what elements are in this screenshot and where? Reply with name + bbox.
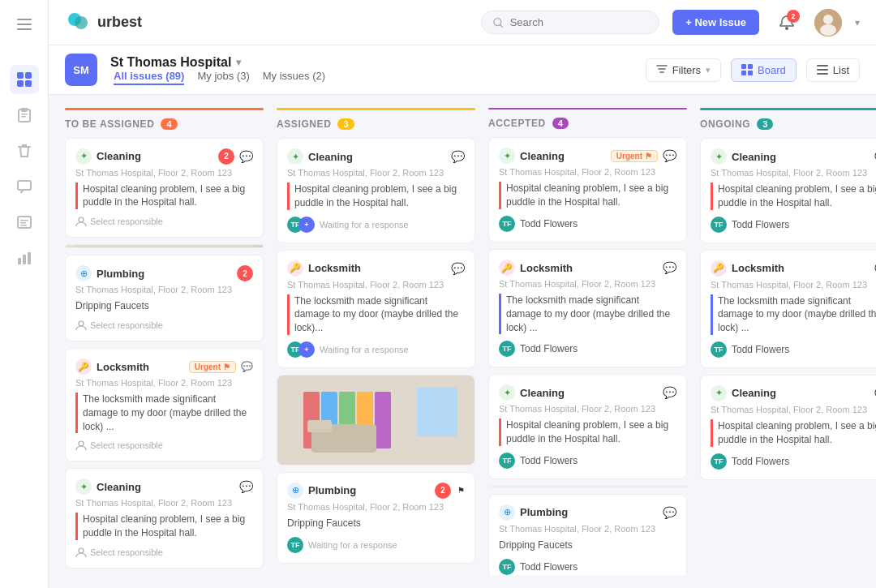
user-name: Todd Flowers [520,561,578,573]
hospital-chevron-icon: ▾ [236,57,241,68]
select-responsible[interactable]: Select responsible [75,216,163,227]
svg-rect-27 [748,64,753,69]
list-view-button[interactable]: List [806,58,860,82]
sidebar-menu-icon[interactable] [10,10,39,39]
chat-icon: 💬 [663,149,676,162]
card-type-label: Plumbing [520,506,658,518]
select-responsible[interactable]: Select responsible [75,320,163,331]
col-body-assigned: ✦ Cleaning 💬 St Thomas Hospital, Floor 2… [277,138,475,570]
card-description: Hospital cleaning problem, I see a big p… [711,182,876,210]
user-avatar: TF [499,453,515,469]
card-plumbing-1[interactable]: ⊕ Plumbing 2 St Thomas Hospital, Floor 2… [65,255,264,341]
card-type-label: Cleaning [732,387,870,399]
hospital-name[interactable]: St Thomas Hospital ▾ [110,55,325,70]
card-accepted-cleaning-2[interactable]: ✦ Cleaning 💬 St Thomas Hospital, Floor 2… [488,374,687,479]
svg-point-20 [75,16,88,29]
card-description: The locksmith made significant damage to… [711,294,876,335]
card-location: St Thomas Hospital, Floor 2, Room 123 [287,280,465,290]
plumbing-type-icon: ⊕ [287,483,303,499]
search-input[interactable] [510,16,648,28]
urgent-badge: Urgent ⚑ [189,361,236,373]
chat-icon: 💬 [451,150,465,163]
card-location: St Thomas Hospital, Floor 2, Room 123 [499,524,676,534]
col-body-to-assign: ✦ Cleaning 2 💬 St Thomas Hospital, Floor… [65,138,264,576]
locksmith-type-icon: 🔑 [287,260,303,277]
col-title-ongoing: ONGOING [700,118,750,130]
tab-my-issues[interactable]: My issues (2) [263,70,325,85]
cleaning-type-icon: ✦ [711,385,727,401]
card-type-label: Cleaning [520,150,606,162]
card-accepted-locksmith-1[interactable]: 🔑 Locksmith 💬 St Thomas Hospital, Floor … [488,249,687,367]
svg-point-47 [79,441,84,446]
select-responsible[interactable]: Select responsible [75,440,163,451]
tabs: All issues (89) My jobs (3) My issues (2… [114,70,325,85]
card-assigned-locksmith-1[interactable]: 🔑 Locksmith 💬 St Thomas Hospital, Floor … [277,250,475,368]
card-ongoing-locksmith-1[interactable]: 🔑 Locksmith 💬 St Thomas Hospital, Floor … [700,250,876,368]
card-assigned-cleaning-1[interactable]: ✦ Cleaning 💬 St Thomas Hospital, Floor 2… [277,138,475,243]
search-box[interactable] [481,11,659,34]
subheader: SM St Thomas Hospital ▾ All issues (89) … [49,45,876,95]
user-name: Todd Flowers [732,344,789,355]
card-assigned-plumbing-1[interactable]: ⊕ Plumbing 2 ⚑ St Thomas Hospital, Floor… [277,472,475,564]
card-image-1[interactable] [65,244,264,248]
new-issue-button[interactable]: + New Issue [672,10,759,35]
card-ongoing-cleaning-2[interactable]: ✦ Cleaning 💬 St Thomas Hospital, Floor 2… [700,375,876,480]
user-name: Todd Flowers [732,219,789,230]
svg-point-24 [823,15,833,24]
sidebar-item-list[interactable] [10,208,39,237]
sidebar-item-trash[interactable] [10,136,39,165]
svg-rect-56 [307,420,332,432]
card-footer: Select responsible [75,440,253,451]
chat-icon: 💬 [239,150,253,163]
select-responsible[interactable]: Select responsible [75,547,163,558]
card-description: Hospital cleaning problem, I see a big p… [75,513,253,540]
card-description: Hospital cleaning problem, I see a big p… [287,182,465,210]
tab-all-issues[interactable]: All issues (89) [114,70,184,85]
svg-rect-5 [17,80,24,87]
card-footer: TF Todd Flowers [499,341,676,357]
svg-rect-57 [417,388,457,436]
card-type-label: Locksmith [97,361,184,373]
card-ongoing-cleaning-1[interactable]: ✦ Cleaning 💬 St Thomas Hospital, Floor 2… [700,138,876,243]
user-chevron-icon[interactable]: ▾ [855,17,860,28]
tab-my-jobs[interactable]: My jobs (3) [197,70,249,85]
svg-rect-9 [21,114,28,115]
svg-rect-10 [21,116,26,118]
card-accepted-plumbing-1[interactable]: ⊕ Plumbing 💬 St Thomas Hospital, Floor 2… [488,494,687,575]
notification-badge: 2 [787,10,800,23]
col-header-to-assign: TO BE ASSIGNED 4 [65,118,264,138]
sidebar-item-grid[interactable] [10,65,39,94]
svg-rect-11 [18,181,31,190]
card-location: St Thomas Hospital, Floor 2, Room 123 [711,405,876,414]
sidebar-item-clipboard[interactable] [10,101,39,130]
sidebar-item-chart[interactable] [10,243,39,273]
card-accepted-cleaning-1[interactable]: ✦ Cleaning Urgent ⚑ 💬 St Thomas Hospital… [488,137,687,242]
notification-button[interactable]: 2 [772,8,801,37]
col-count-assigned: 3 [337,118,354,130]
card-image-3[interactable] [488,486,687,487]
waiting-text: Waiting for a response [320,220,409,230]
filter-icon [656,65,668,75]
card-footer: TF Todd Flowers [499,453,676,469]
filters-label: Filters [672,64,701,76]
card-description: Dripping Faucets [499,539,676,552]
plumbing-type-icon: ⊕ [499,504,515,521]
card-image-2[interactable] [277,375,475,466]
card-locksmith-1[interactable]: 🔑 Locksmith Urgent ⚑ 💬 St Thomas Hospita… [65,348,264,461]
badge-icon: ⚑ [457,486,465,495]
user-avatar[interactable] [814,9,842,36]
board-view-button[interactable]: Board [731,58,797,82]
cleaning-type-icon: ✦ [499,384,515,401]
sidebar-item-messages[interactable] [10,172,39,201]
svg-rect-3 [17,72,24,79]
filters-button[interactable]: Filters ▾ [646,58,721,82]
user-avatar: TF [499,341,515,357]
card-footer: Select responsible [75,216,253,227]
card-cleaning-1[interactable]: ✦ Cleaning 2 💬 St Thomas Hospital, Floor… [65,138,264,238]
card-location: St Thomas Hospital, Floor 2, Room 123 [75,498,253,508]
plumbing-type-icon: ⊕ [75,265,92,281]
card-footer: TF Todd Flowers [499,216,676,232]
card-location: St Thomas Hospital, Floor 2, Room 123 [499,279,676,289]
user-name: Todd Flowers [520,455,578,466]
card-cleaning-2[interactable]: ✦ Cleaning 💬 St Thomas Hospital, Floor 2… [65,468,264,569]
